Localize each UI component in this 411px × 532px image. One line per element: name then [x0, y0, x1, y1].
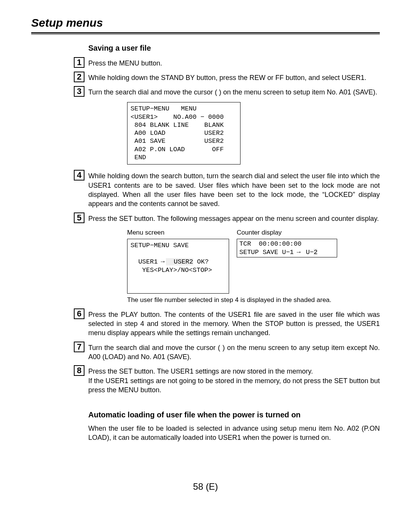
shaded-area-caption: The user file number selected in step 4 …: [127, 296, 380, 305]
step-text-5: Press the SET button. The following mess…: [88, 214, 380, 223]
step-text-2: While holding down the STAND BY button, …: [88, 73, 380, 82]
step-number-5: 5: [74, 212, 84, 223]
counter-line2b: U−: [302, 249, 314, 256]
page-title: Setup menus: [31, 15, 380, 31]
menu-screen-1: SETUP−MENU MENU <USER1> NO.A00 − 0000 80…: [127, 102, 241, 165]
step-8-line1: Press the SET button. The USER1 settings…: [88, 367, 313, 375]
step-8-line2: If the USER1 settings are not going to b…: [88, 377, 380, 394]
step-text-3: Turn the search dial and move the cursor…: [88, 88, 380, 97]
screen2-yesno: YES<PLAY>/NO<STOP>: [131, 267, 212, 274]
step-number-8: 8: [74, 365, 84, 376]
section-autoload-para: When the user file to be loaded is selec…: [88, 424, 380, 443]
step-text-4: While holding down the search button, tu…: [88, 171, 380, 208]
step-3: 3 Turn the search dial and move the curs…: [74, 88, 380, 97]
step-number-4: 4: [74, 170, 84, 181]
horizontal-rule: [31, 32, 380, 35]
step-1: 1 Press the MENU button.: [74, 59, 380, 68]
screen2-line1: SETUP−MENU SAVE: [131, 242, 189, 249]
menu-screen-label: Menu screen: [127, 228, 230, 237]
step-number-3: 3: [74, 86, 84, 97]
screen2-ok: OK?: [193, 258, 209, 265]
screen2-user1: USER1: [131, 258, 158, 265]
step-6: 6 Press the PLAY button. The contents of…: [74, 310, 380, 338]
step-4: 4 While holding down the search button, …: [74, 171, 380, 208]
step-text-6: Press the PLAY button. The contents of t…: [88, 310, 380, 338]
main-content: Saving a user file 1 Press the MENU butt…: [88, 43, 380, 443]
menu-screen-2: SETUP−MENU SAVE USER1 → USER2 OK? YES<PL…: [127, 239, 229, 294]
counter-display-label: Counter display: [237, 228, 380, 237]
section-saving-title: Saving a user file: [88, 43, 380, 53]
step-2: 2 While holding down the STAND BY button…: [74, 73, 380, 82]
step-number-1: 1: [74, 57, 84, 68]
step-number-6: 6: [74, 308, 84, 319]
step-5: 5 Press the SET button. The following me…: [74, 214, 380, 223]
screen2-user2-shaded: USER2: [166, 258, 193, 265]
step-text-7: Turn the search dial and move the cursor…: [88, 343, 380, 362]
step-number-2: 2: [74, 72, 84, 82]
step-7: 7 Turn the search dial and move the curs…: [74, 343, 380, 362]
step-8: 8 Press the SET button. The USER1 settin…: [74, 367, 380, 395]
counter-display-box: TCR 00:00:00:00 SETUP SAVE U−1 → U−2: [237, 239, 337, 258]
counter-line2a: SETUP SAVE U−1: [239, 249, 294, 256]
section-autoload-title: Automatic loading of user file when the …: [88, 410, 380, 420]
step-text-1: Press the MENU button.: [88, 59, 380, 68]
step-text-8: Press the SET button. The USER1 settings…: [88, 367, 380, 395]
page-number: 58 (E): [31, 481, 380, 493]
counter-line2c-shaded: 2: [314, 249, 317, 256]
counter-line1: TCR 00:00:00:00: [239, 240, 301, 248]
step-number-7: 7: [74, 342, 84, 352]
